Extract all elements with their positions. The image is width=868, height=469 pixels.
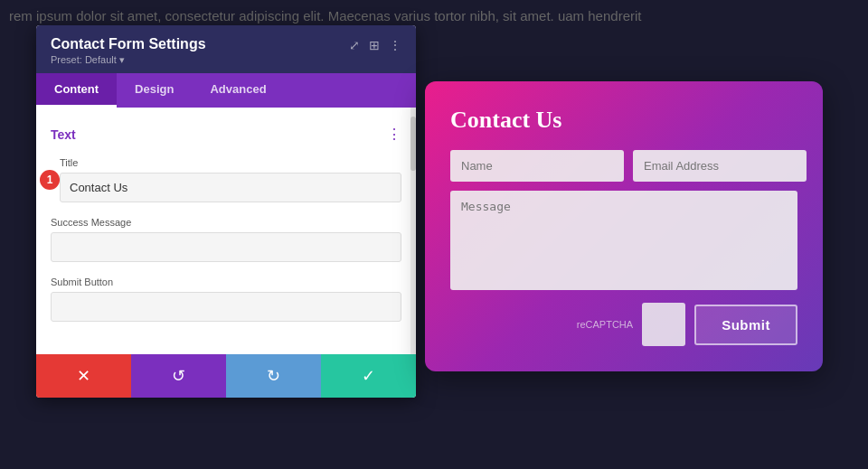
message-textarea-preview[interactable]	[450, 191, 797, 290]
tab-content[interactable]: Content	[36, 73, 117, 108]
preview-title: Contact Us	[450, 107, 797, 134]
submit-button-field-group: Submit Button	[51, 277, 401, 322]
title-label: Title	[60, 157, 401, 168]
save-button[interactable]: ✓	[321, 354, 416, 398]
cancel-button[interactable]: ✕	[36, 354, 131, 398]
scrollbar[interactable]	[410, 108, 416, 354]
preview-panel: Contact Us reCAPTCHA Submit	[425, 81, 823, 371]
settings-panel: Contact Form Settings Preset: Default ▾ …	[36, 25, 416, 398]
scrollbar-thumb[interactable]	[410, 117, 416, 171]
captcha-text: reCAPTCHA	[577, 319, 633, 330]
field-number-badge: 1	[40, 170, 60, 190]
name-input-preview[interactable]	[450, 150, 624, 182]
panel-tabs: Content Design Advanced	[36, 73, 416, 108]
form-bottom-row: reCAPTCHA Submit	[450, 303, 797, 346]
email-input-preview[interactable]	[633, 150, 807, 182]
tab-advanced[interactable]: Advanced	[192, 73, 284, 108]
title-field-wrapper: 1 Title	[51, 157, 401, 202]
success-message-input[interactable]	[51, 232, 401, 262]
redo-button[interactable]: ↻	[226, 354, 321, 398]
panel-header-left: Contact Form Settings Preset: Default ▾	[51, 36, 206, 66]
panel-preset[interactable]: Preset: Default ▾	[51, 54, 206, 66]
panel-header-icons: ⤢ ⊞ ⋮	[349, 38, 401, 52]
tab-design[interactable]: Design	[117, 73, 192, 108]
submit-button-label: Submit Button	[51, 277, 401, 287]
panel-body: Text ⋮ 1 Title Success Message Submit Bu…	[36, 108, 416, 354]
preset-chevron-icon: ▾	[119, 54, 125, 65]
success-message-field-group: Success Message	[51, 217, 401, 262]
panel-footer: ✕ ↺ ↻ ✓	[36, 354, 416, 398]
panel-header: Contact Form Settings Preset: Default ▾ …	[36, 25, 416, 73]
title-input[interactable]	[60, 173, 401, 202]
title-field-group: Title	[60, 157, 401, 202]
more-options-icon[interactable]: ⋮	[389, 38, 401, 52]
panel-title: Contact Form Settings	[51, 36, 206, 52]
grid-icon[interactable]: ⊞	[369, 38, 380, 52]
submit-button-preview[interactable]: Submit	[694, 305, 797, 345]
expand-icon[interactable]: ⤢	[349, 38, 360, 52]
section-header: Text ⋮	[51, 126, 401, 143]
captcha-checkbox[interactable]	[642, 303, 685, 346]
form-top-row	[450, 150, 797, 182]
section-menu-icon[interactable]: ⋮	[387, 126, 401, 143]
submit-button-input[interactable]	[51, 292, 401, 322]
section-title: Text	[51, 127, 76, 142]
undo-button[interactable]: ↺	[131, 354, 226, 398]
success-message-label: Success Message	[51, 217, 401, 228]
